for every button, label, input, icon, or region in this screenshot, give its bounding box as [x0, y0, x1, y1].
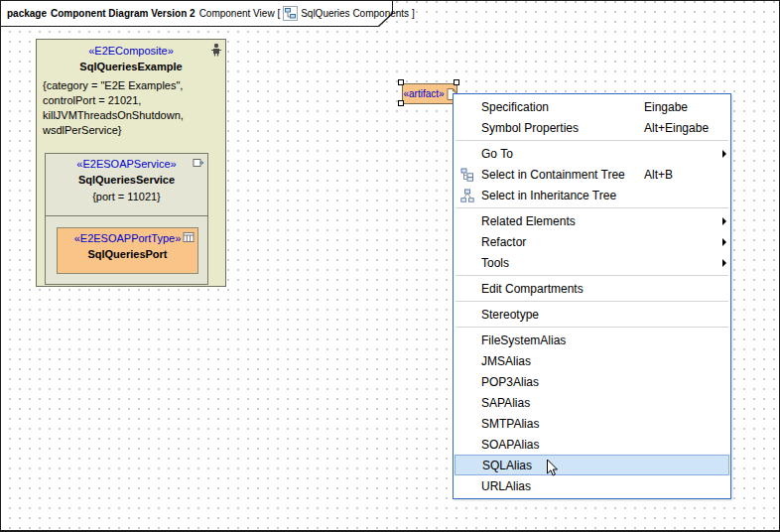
service-stereotype: «E2ESOAPService»: [46, 157, 207, 172]
menu-item-label: SOAPAlias: [481, 438, 644, 452]
diagram-canvas[interactable]: package Component Diagram Version 2 Comp…: [0, 0, 780, 532]
menu-item-jmsalias[interactable]: JMSAlias: [454, 350, 730, 371]
menu-separator: [455, 207, 728, 208]
menu-item-symbol-properties[interactable]: Symbol Properties Alt+Eingabe: [454, 117, 730, 138]
menu-item-smtpalias[interactable]: SMTPAlias: [454, 413, 730, 434]
selection-handle[interactable]: [398, 100, 404, 106]
frame-diagram-name: SqlQueries Components ]: [301, 8, 415, 19]
tagged-value-line: killJVMThreadsOnShutdown,: [43, 108, 219, 123]
frame-view-prefix: Component View [: [199, 8, 281, 19]
service-name: SqlQueriesService: [46, 172, 207, 188]
menu-item-sqlalias[interactable]: SQLAlias: [455, 455, 729, 475]
menu-item-label: Go To: [481, 147, 644, 161]
menu-item-pop3alias[interactable]: POP3Alias: [454, 371, 730, 392]
menu-item-shortcut: Alt+Eingabe: [644, 121, 715, 135]
submenu-arrow-icon: [715, 150, 726, 158]
tagged-value-line: wsdlPerService}: [43, 123, 219, 138]
tagged-value-line: controlPort = 21021,: [43, 93, 219, 108]
component-diagram-icon: [283, 6, 298, 21]
menu-item-label: Refactor: [481, 235, 644, 249]
menu-item-shortcut: Alt+B: [644, 168, 715, 182]
menu-item-label: SAPAlias: [481, 396, 644, 410]
menu-item-select-in-inheritance-tree[interactable]: Select in Inheritance Tree: [454, 185, 730, 205]
frame-package-keyword: package: [7, 8, 47, 19]
menu-item-refactor[interactable]: Refactor: [454, 231, 730, 252]
menu-item-label: POP3Alias: [481, 375, 644, 389]
menu-item-related-elements[interactable]: Related Elements: [454, 210, 730, 231]
menu-item-label: Specification: [481, 100, 644, 114]
tagged-value-line: {category = "E2E Examples",: [43, 78, 219, 93]
menu-item-label: Stereotype: [481, 308, 644, 322]
context-menu: Specification Eingabe Symbol Properties …: [453, 93, 731, 499]
artifact-stereotype: «artifact»: [403, 88, 444, 99]
menu-separator: [455, 301, 728, 302]
submenu-arrow-icon: [715, 238, 726, 246]
menu-item-shortcut: Eingabe: [644, 100, 715, 114]
selection-handle[interactable]: [454, 79, 459, 85]
menu-item-edit-compartments[interactable]: Edit Compartments: [454, 278, 730, 299]
frame-diagram-title: Component Diagram Version 2: [51, 8, 195, 19]
menu-item-label: Related Elements: [481, 214, 644, 228]
menu-item-label: Select in Inheritance Tree: [481, 189, 644, 202]
e2e-composite-icon: [210, 43, 222, 57]
menu-item-urlalias[interactable]: URLAlias: [454, 475, 730, 496]
menu-item-label: Tools: [481, 256, 644, 270]
composite-name: SqlQueriesExample: [37, 59, 225, 74]
inheritance-tree-icon: [454, 189, 481, 202]
compartment-separator: [46, 215, 207, 216]
menu-item-sapalias[interactable]: SAPAlias: [454, 392, 730, 413]
soap-porttype-icon: [183, 231, 195, 243]
menu-separator: [455, 140, 728, 141]
menu-item-specification[interactable]: Specification Eingabe: [454, 96, 730, 117]
port-name: SqlQueriesPort: [58, 246, 197, 262]
component-sqlqueriesexample[interactable]: «E2EComposite» SqlQueriesExample {catego…: [36, 39, 226, 287]
menu-item-label: URLAlias: [481, 479, 644, 493]
soap-service-icon: [193, 157, 204, 169]
menu-item-filesystemalias[interactable]: FileSystemAlias: [454, 330, 730, 350]
port-stereotype: «E2ESOAPPortType»: [58, 231, 197, 246]
menu-item-label: SQLAlias: [482, 459, 645, 472]
service-tagged-value: {port = 11021}: [46, 190, 207, 204]
menu-item-stereotype[interactable]: Stereotype: [454, 304, 730, 325]
menu-item-label: Symbol Properties: [481, 121, 644, 135]
mouse-cursor: [546, 459, 559, 478]
component-sqlqueriesport[interactable]: «E2ESOAPPortType» SqlQueriesPort: [57, 227, 198, 274]
submenu-arrow-icon: [715, 217, 726, 225]
menu-item-label: Edit Compartments: [481, 282, 644, 296]
menu-item-label: FileSystemAlias: [481, 333, 644, 347]
menu-item-label: SMTPAlias: [481, 417, 644, 431]
submenu-arrow-icon: [715, 259, 726, 267]
artifact-element[interactable]: «artifact»: [398, 79, 459, 106]
artifact-shape[interactable]: «artifact»: [402, 83, 457, 104]
menu-separator: [455, 275, 728, 276]
menu-item-label: JMSAlias: [481, 354, 644, 368]
component-sqlqueriesservice[interactable]: «E2ESOAPService» SqlQueriesService {port…: [45, 153, 208, 285]
menu-item-select-in-containment-tree[interactable]: Select in Containment Tree Alt+B: [454, 164, 730, 185]
composite-tagged-values: {category = "E2E Examples", controlPort …: [37, 74, 225, 138]
menu-item-go-to[interactable]: Go To: [454, 143, 730, 164]
composite-stereotype: «E2EComposite»: [37, 44, 225, 59]
containment-tree-icon: [454, 168, 481, 182]
diagram-frame-title: package Component Diagram Version 2 Comp…: [7, 1, 415, 25]
selection-handle[interactable]: [398, 79, 404, 85]
menu-item-tools[interactable]: Tools: [454, 252, 730, 273]
menu-item-label: Select in Containment Tree: [481, 168, 644, 182]
menu-separator: [455, 327, 728, 328]
menu-item-soapalias[interactable]: SOAPAlias: [454, 434, 730, 455]
